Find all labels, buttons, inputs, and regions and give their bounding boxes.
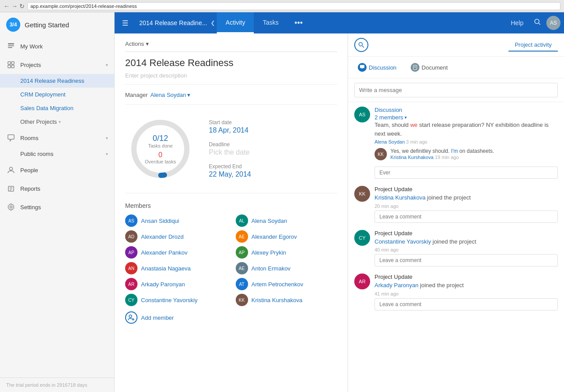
tab-project-activity[interactable]: Project activity (508, 39, 558, 52)
member-name: Anton Ermakov (252, 265, 291, 272)
svg-rect-0 (8, 43, 14, 44)
projects-label: Projects (20, 62, 106, 68)
activity-item: CYProject UpdateConstantine Yavorskiy jo… (354, 230, 558, 267)
help-button[interactable]: Help (505, 19, 529, 26)
nav-item-people[interactable]: People (0, 161, 114, 179)
content-area: Actions ▾ 2014 Release Readiness Enter p… (115, 33, 564, 392)
nav-item-my-work[interactable]: My Work (0, 37, 114, 55)
member-item[interactable]: AE Alexander Egorov (236, 230, 338, 243)
svg-rect-2 (8, 47, 12, 48)
sub-text: Yes, we definitley should. I'm on datash… (390, 148, 558, 154)
manager-label: Manager (125, 92, 148, 98)
project-title: 2014 Release Readiness (125, 57, 337, 69)
nav-item-reports[interactable]: Reports (0, 179, 114, 198)
discussion-icon (358, 63, 367, 72)
member-item[interactable]: KK Kristina Kurshakova (236, 294, 338, 306)
svg-rect-5 (8, 65, 11, 68)
sub-content: Yes, we definitley should. I'm on datash… (390, 148, 558, 160)
svg-point-12 (10, 206, 12, 208)
message-input[interactable] (354, 83, 558, 97)
member-item[interactable]: AT Artem Petrochenkov (236, 278, 338, 290)
member-item[interactable]: AS Ansan Siddiqui (125, 214, 227, 227)
browser-nav[interactable]: ← → ↻ (4, 3, 25, 10)
sidebar-item-crm[interactable]: CRM Deployment (0, 88, 114, 101)
disc-tab-label: Discussion (369, 64, 397, 71)
nav-item-projects[interactable]: Projects ▾ (0, 55, 114, 74)
my-work-icon (6, 41, 16, 51)
svg-point-7 (10, 167, 13, 170)
people-icon (6, 165, 16, 175)
refresh-btn[interactable]: ↻ (19, 3, 25, 10)
nav-item-settings[interactable]: Settings (0, 198, 114, 216)
member-item[interactable]: AD Alexander Drozd (125, 230, 227, 243)
tasks-fraction: 0/12 (145, 134, 176, 143)
member-name: Alexey Prykin (252, 249, 286, 256)
rooms-arrow: ▾ (106, 136, 108, 141)
activity-content: Project UpdateKristina Kurshakova joined… (375, 186, 558, 223)
svg-rect-3 (8, 62, 11, 64)
doc-tab-label: Document (422, 64, 448, 71)
sidebar-item-other-projects[interactable]: Other Projects ▾ (0, 115, 114, 129)
deadline-picker[interactable]: Pick the date (209, 148, 251, 156)
member-avatar: KK (236, 294, 248, 306)
activity-meta: 20 min ago (375, 203, 558, 209)
activity-item: ASDiscussion2 members ▾Team, should we s… (354, 107, 558, 179)
nav-item-rooms[interactable]: Rooms ▾ (0, 129, 114, 147)
menu-button[interactable]: ☰ (115, 12, 136, 33)
member-item[interactable]: AR Arkady Paronyan (125, 278, 227, 290)
header-avatar[interactable]: AS (546, 16, 560, 30)
member-name: Constantine Yavorskiy (141, 297, 197, 303)
message-input-wrap (348, 78, 564, 102)
tab-tasks[interactable]: Tasks (254, 12, 287, 33)
member-name: Artem Petrochenkov (252, 281, 304, 288)
member-count[interactable]: 2 members ▾ (375, 114, 558, 121)
member-avatar: AP (125, 246, 137, 259)
hamburger-icon: ☰ (122, 19, 128, 27)
project-description[interactable]: Enter project description (125, 72, 337, 85)
add-member-icon (125, 311, 137, 324)
member-avatar: AP (236, 246, 248, 259)
sidebar-item-public-rooms[interactable]: Public rooms ▾ (0, 147, 114, 161)
disc-tab-document[interactable]: Document (407, 61, 451, 74)
actions-button[interactable]: Actions ▾ (125, 41, 149, 47)
member-item[interactable]: AN Anastasia Nagaeva (125, 262, 227, 274)
members-section: Members AS Ansan Siddiqui AL Alena Soyda… (125, 202, 337, 333)
activity-meta: 41 min ago (375, 291, 558, 296)
actions-bar: Actions ▾ (125, 41, 337, 52)
member-item[interactable]: AP Alexey Prykin (236, 246, 338, 259)
reply-input[interactable] (375, 166, 558, 179)
sidebar-item-2014-release[interactable]: 2014 Release Readiness (0, 74, 114, 88)
activity-avatar: CY (354, 230, 370, 246)
activity-search-icon[interactable] (354, 38, 368, 52)
add-member-label: Add member (141, 314, 174, 321)
back-btn[interactable]: ← (4, 3, 10, 10)
header-chevron-icon[interactable]: ❮ (211, 20, 215, 26)
svg-point-20 (359, 43, 363, 46)
forward-btn[interactable]: → (11, 3, 18, 10)
member-item[interactable]: AL Alena Soydan (236, 214, 338, 227)
header-search-icon[interactable] (531, 18, 545, 27)
app-header: ☰ 2014 Release Readine... ❮ Activity Tas… (115, 12, 564, 33)
comment-input[interactable] (375, 298, 558, 311)
activity-feed: ASDiscussion2 members ▾Team, should we s… (348, 102, 564, 392)
sidebar-item-sales[interactable]: Sales Data Migration (0, 101, 114, 115)
app-title: Getting Started (25, 21, 69, 29)
disc-tab-discussion[interactable]: Discussion (354, 61, 400, 74)
tab-activity[interactable]: Activity (217, 12, 254, 33)
members-title: Members (125, 202, 337, 209)
member-item[interactable]: CY Constantine Yavorskiy (125, 294, 227, 306)
browser-url[interactable]: app.example.com/project/2014-release-rea… (27, 2, 560, 10)
member-item[interactable]: AE Anton Ermakov (236, 262, 338, 274)
right-panel: Project activity Discussion (348, 33, 564, 392)
more-menu-button[interactable]: ••• (287, 18, 310, 28)
start-date-label: Start date (209, 119, 251, 126)
add-member-button[interactable]: Add member (125, 311, 337, 324)
manager-name[interactable]: Alena Soydan ▾ (150, 92, 190, 98)
member-item[interactable]: AP Alexander Pankov (125, 246, 227, 259)
activity-avatar: AS (354, 107, 370, 122)
rooms-icon (6, 133, 16, 143)
deadline-block: Deadline Pick the date (209, 141, 251, 156)
comment-input[interactable] (375, 254, 558, 266)
comment-input[interactable] (375, 211, 558, 223)
discussion-tabs: Discussion Document (348, 57, 564, 78)
